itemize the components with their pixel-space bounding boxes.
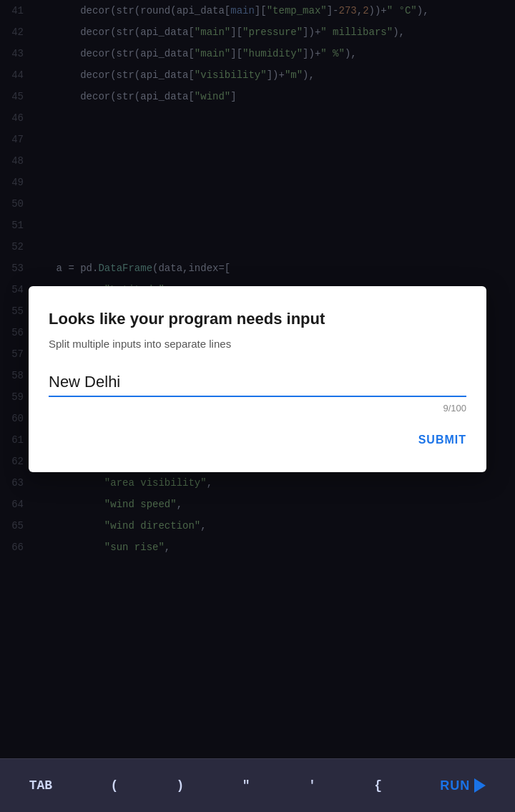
run-button[interactable]: RUN: [426, 771, 500, 801]
modal-overlay: Looks like your program needs input Spli…: [0, 0, 515, 758]
bottom-toolbar: TAB ( ) " ' { RUN: [0, 758, 515, 812]
program-input[interactable]: [49, 370, 466, 397]
char-count: 9/100: [49, 403, 466, 414]
open-paren-button[interactable]: (: [96, 771, 132, 800]
close-paren-button[interactable]: ): [162, 771, 199, 800]
single-quote-button[interactable]: ': [294, 771, 330, 800]
run-label: RUN: [440, 778, 470, 793]
modal-subtitle: Split multiple inputs into separate line…: [49, 338, 466, 350]
tab-button[interactable]: TAB: [15, 771, 67, 800]
modal-title: Looks like your program needs input: [49, 309, 466, 330]
modal-input-container: [49, 370, 466, 397]
modal-footer: SUBMIT: [49, 428, 466, 452]
double-quote-button[interactable]: ": [228, 771, 265, 800]
run-icon: [474, 778, 486, 793]
open-brace-button[interactable]: {: [360, 771, 396, 800]
input-modal: Looks like your program needs input Spli…: [29, 286, 486, 473]
submit-button[interactable]: SUBMIT: [418, 428, 466, 452]
